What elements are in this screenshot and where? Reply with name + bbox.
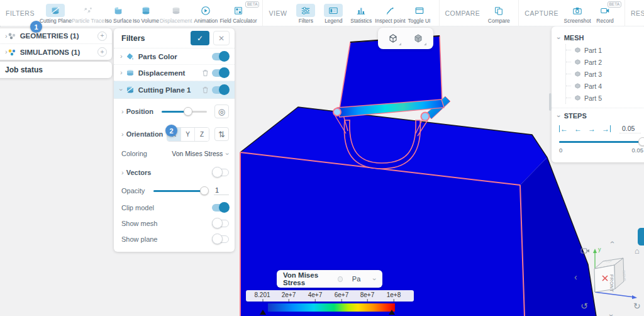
tool-particle-trace[interactable]: Particle Trace <box>72 2 104 24</box>
chevron-left-icon[interactable]: ‹ <box>574 273 577 281</box>
cutting-plane-filter-icon <box>126 86 135 94</box>
show-plane-toggle[interactable] <box>212 235 229 243</box>
inspect-point-icon <box>380 4 399 17</box>
sidebar-item-simulations[interactable]: › SIMULATIONS (1) + <box>0 44 112 60</box>
parts-color-toggle[interactable] <box>212 53 229 60</box>
steps-section-header[interactable]: › STEPS <box>552 110 644 122</box>
flip-orientation-icon[interactable]: ⇅ <box>214 127 229 141</box>
wireframe-cube-icon[interactable] <box>384 30 402 47</box>
cutting-plane-toggle[interactable] <box>212 86 229 94</box>
tool-record[interactable]: BETA Record <box>591 2 619 24</box>
step-forward-icon[interactable]: → <box>588 125 596 133</box>
range-min-marker[interactable] <box>260 310 266 315</box>
section-label: RESULT <box>631 9 644 17</box>
chevron-down-icon[interactable]: › <box>555 37 562 39</box>
chevron-right-icon[interactable]: › <box>121 169 124 176</box>
mesh-part-item[interactable]: Part 1 <box>566 44 644 56</box>
home-icon[interactable]: ⌂ <box>635 247 640 255</box>
tool-field-calculator[interactable]: BETA Field Calculator <box>219 2 257 24</box>
mesh-part-item[interactable]: Part 5 <box>566 92 644 104</box>
opacity-value[interactable]: 1 <box>214 186 229 195</box>
apply-check-button[interactable]: ✓ <box>191 31 209 45</box>
tool-inspect-point[interactable]: Inspect point <box>375 2 405 24</box>
add-geometry-button[interactable]: + <box>97 31 107 41</box>
step-first-icon[interactable]: ← <box>560 125 568 133</box>
tool-compare[interactable]: Compare <box>485 2 513 24</box>
chevron-down-icon[interactable]: › <box>118 89 125 91</box>
side-handle[interactable] <box>638 228 644 245</box>
rotate-ccw-icon[interactable]: ↺ <box>580 302 588 310</box>
legend-tick: 4e+7 <box>308 291 323 298</box>
range-max-marker[interactable] <box>389 310 395 315</box>
mesh-part-item[interactable]: Part 2 <box>566 56 644 68</box>
part-label: Part 1 <box>584 47 602 54</box>
opacity-slider[interactable] <box>153 190 205 192</box>
show-mesh-toggle[interactable] <box>212 220 229 227</box>
section-label: FILTERS <box>6 9 35 17</box>
field-info-icon <box>338 276 343 282</box>
rotate-cw-icon[interactable]: ↻ <box>633 302 641 310</box>
step-back-icon[interactable]: ← <box>574 125 582 133</box>
tool-statistics[interactable]: Statistics <box>347 2 375 24</box>
viewport-3d[interactable]: › GEOMETRIES (1) + › SIMULATIONS (1) + J… <box>0 26 644 316</box>
clip-model-toggle[interactable] <box>212 204 229 212</box>
view-mode-toolbar <box>378 28 433 49</box>
tool-filters[interactable]: Filters <box>292 2 319 24</box>
mesh-part-item[interactable]: Part 3 <box>566 68 644 80</box>
tool-legend[interactable]: Legend <box>319 2 347 24</box>
steps-slider[interactable] <box>559 141 642 143</box>
pick-center-icon[interactable]: ◎ <box>214 104 229 118</box>
coloring-dropdown[interactable]: Von Mises Stress › <box>172 150 229 157</box>
section-label: CAPTURE <box>525 9 558 17</box>
legend-field-dropdown[interactable]: Von Mises Stress Pa › <box>277 270 382 288</box>
job-status-label: Job status <box>5 65 43 74</box>
sidebar-item-geometries[interactable]: › GEOMETRIES (1) + <box>0 28 112 44</box>
filter-row-displacement[interactable]: › Displacement <box>114 65 235 81</box>
add-simulation-button[interactable]: + <box>97 47 107 57</box>
orientation-label: Orientation <box>126 130 164 138</box>
legend-tick: 8.201 <box>254 291 270 298</box>
mesh-section-header[interactable]: › MESH <box>552 31 644 44</box>
trash-icon[interactable] <box>202 86 209 94</box>
trash-icon[interactable] <box>202 69 209 77</box>
shaded-cube-icon[interactable] <box>409 30 428 47</box>
job-status-card[interactable]: Job status <box>0 62 112 78</box>
displacement-toggle[interactable] <box>212 69 229 77</box>
chevron-right-icon[interactable]: › <box>120 53 123 60</box>
vectors-toggle[interactable] <box>212 169 229 176</box>
toolbar-section-view: VIEW Filters Legend Statistics Inspect <box>263 0 439 26</box>
position-row: › Position ◎ <box>114 99 235 124</box>
coloring-label: Coloring <box>121 150 169 157</box>
filter-row-parts-color[interactable]: › Parts Color <box>114 48 235 65</box>
part-cube-icon <box>574 71 581 77</box>
orientation-widget: y FRONT RIGHT TOP ⌂ › ‹ ↺ ↻ › <box>575 244 644 316</box>
tool-animation[interactable]: Animation <box>192 2 219 24</box>
close-panel-button[interactable]: ✕ <box>213 31 230 45</box>
camera-icon[interactable] <box>580 247 590 256</box>
tool-iso-volume[interactable]: Iso Volume <box>132 2 160 24</box>
panel-scrollbar[interactable] <box>549 93 552 111</box>
tool-displacement[interactable]: Displacement <box>160 2 192 24</box>
compare-icon <box>489 4 508 17</box>
animation-icon <box>196 4 215 17</box>
cutting-plane-icon <box>46 4 65 17</box>
tool-cutting-plane[interactable]: Cutting Plane <box>40 2 72 24</box>
orientation-y-button[interactable]: Y <box>181 128 195 141</box>
section-label: VIEW <box>269 9 287 17</box>
position-slider[interactable] <box>162 111 207 113</box>
part-label: Part 5 <box>584 94 602 102</box>
steps-value[interactable]: 0.05 <box>619 125 641 133</box>
chevron-up-icon[interactable]: › <box>608 241 616 244</box>
tool-screenshot[interactable]: Screenshot <box>564 2 591 24</box>
mesh-part-item[interactable]: Part 4 <box>566 80 644 92</box>
tool-iso-surface[interactable]: Iso Surface <box>104 2 132 24</box>
chevron-right-icon[interactable]: › <box>120 69 123 76</box>
filter-row-cutting-plane-1[interactable]: › Cutting Plane 1 <box>114 81 235 99</box>
tool-toggle-ui[interactable]: Toggle UI <box>406 2 433 24</box>
chevron-right-icon[interactable]: › <box>121 108 124 115</box>
chevron-down-icon[interactable]: › <box>555 115 562 117</box>
step-last-icon[interactable]: → <box>602 125 609 133</box>
legend-tick: 6e+7 <box>335 291 349 298</box>
orientation-z-button[interactable]: Z <box>195 128 209 141</box>
chevron-right-icon[interactable]: › <box>121 131 124 138</box>
